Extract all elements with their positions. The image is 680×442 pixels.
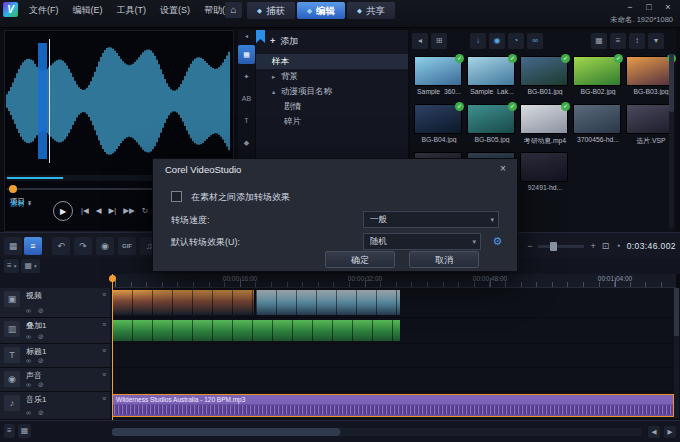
media-scrollbar[interactable]: [669, 54, 674, 228]
music-track-icon[interactable]: ♪: [4, 395, 20, 411]
repeat-button[interactable]: ↻: [142, 206, 148, 216]
track-lane-video[interactable]: [110, 288, 680, 317]
storyboard-view-icon[interactable]: ▦: [4, 237, 22, 255]
record-capture-icon[interactable]: ◉: [96, 237, 114, 255]
track-header-music[interactable]: ♪音乐1∞⊘≡: [0, 392, 110, 419]
track-menu-icon[interactable]: ≡: [102, 371, 106, 378]
import-media-icon[interactable]: ↓: [470, 33, 486, 49]
menu-item[interactable]: 编辑(E): [66, 2, 110, 18]
waveform-playhead[interactable]: [49, 39, 50, 163]
ok-button[interactable]: 确定: [325, 251, 395, 268]
minimize-button[interactable]: −: [622, 2, 638, 13]
add-folder-button[interactable]: +添加: [270, 35, 298, 48]
thumbnail-view-icon[interactable]: ▦: [591, 33, 607, 49]
capture-icon[interactable]: ◉: [489, 33, 505, 49]
media-item[interactable]: ✓BG-B05.jpg: [467, 104, 517, 143]
instant-project-icon[interactable]: ✦: [238, 67, 255, 86]
media-scrollbar-thumb[interactable]: [669, 54, 674, 112]
track-lane-overlay[interactable]: [110, 318, 680, 343]
tab[interactable]: ◆编辑: [297, 2, 345, 19]
gif-creator-icon[interactable]: GIF: [118, 237, 136, 255]
timeline-vscroll-thumb[interactable]: [674, 288, 679, 336]
expand-arrow-icon[interactable]: ▴: [272, 84, 281, 99]
track-lane-title[interactable]: [110, 344, 680, 367]
back-folder-icon[interactable]: ◂: [412, 33, 428, 49]
track-menu-icon[interactable]: ≡: [102, 291, 106, 298]
close-button[interactable]: ×: [660, 2, 676, 13]
list-view-icon[interactable]: ≡: [610, 33, 626, 49]
next-frame-button[interactable]: ▶|: [109, 206, 117, 216]
fit-project-icon[interactable]: ⊡: [602, 241, 610, 251]
seek-handle[interactable]: [9, 185, 17, 193]
link-icon[interactable]: ∞: [26, 307, 31, 315]
link-icon[interactable]: ∞: [26, 333, 31, 341]
mute-icon[interactable]: ⊘: [38, 357, 44, 365]
video-clip[interactable]: [256, 290, 400, 315]
media-item[interactable]: ✓考研动息.mp4: [520, 104, 570, 146]
zoom-slider-handle[interactable]: [550, 242, 557, 251]
options-icon[interactable]: ▾: [648, 33, 664, 49]
track-lane-music[interactable]: Wilderness Studios Australia - 120 BPM.m…: [110, 392, 680, 419]
overlay-track-icon[interactable]: ▥: [4, 321, 20, 337]
media-item[interactable]: ✓BG-B01.jpg: [520, 56, 570, 95]
redo-icon[interactable]: ↷: [74, 237, 92, 255]
menu-item[interactable]: 设置(S): [153, 2, 197, 18]
expand-arrow-icon[interactable]: ▸: [272, 69, 281, 84]
mute-icon[interactable]: ⊘: [38, 307, 44, 315]
track-header-voice[interactable]: ◉声音∞⊘≡: [0, 368, 110, 391]
timeline-settings-icon[interactable]: ≡: [4, 424, 15, 438]
play-button[interactable]: ▶: [53, 201, 73, 221]
zoom-in-button[interactable]: +: [590, 241, 595, 251]
scroll-right-button[interactable]: ▶: [664, 426, 676, 438]
add-folder-icon[interactable]: ⊞: [431, 33, 447, 49]
track-menu-icon[interactable]: ≡: [102, 321, 106, 328]
library-item[interactable]: 碎片: [256, 114, 408, 129]
mute-icon[interactable]: ⊘: [38, 409, 44, 417]
library-item[interactable]: ▸背景: [256, 69, 408, 84]
transition-speed-select[interactable]: 一般▾: [363, 211, 499, 228]
timeline-zoom-slider[interactable]: [538, 245, 584, 248]
video-track-icon[interactable]: ▣: [4, 291, 20, 307]
default-transition-select[interactable]: 随机▾: [363, 233, 481, 250]
timeline-horizontal-scrollbar[interactable]: [112, 428, 642, 436]
tab[interactable]: ◆捕获: [247, 2, 295, 19]
track-header-video[interactable]: ▣视频∞⊘≡: [0, 288, 110, 317]
graphic-icon[interactable]: ◆: [238, 133, 255, 152]
library-item[interactable]: ▴动漫项目名称: [256, 84, 408, 99]
track-header-overlay[interactable]: ▥叠加1∞⊘≡: [0, 318, 110, 343]
track-menu-icon[interactable]: ≡: [102, 395, 106, 402]
end-button[interactable]: ▶▶: [123, 206, 135, 216]
zoom-segment[interactable]: [7, 177, 63, 179]
timeline-ruler[interactable]: 00:00:16:0000:00:32:0000:00:48:0000:01:0…: [112, 274, 676, 288]
voice-track-icon[interactable]: ◉: [4, 371, 20, 387]
media-item[interactable]: ✓BG-B02.jpg: [573, 56, 623, 95]
timeline-hscroll-thumb[interactable]: [112, 428, 340, 436]
home-button[interactable]: ⌂: [225, 2, 242, 18]
sort-icon[interactable]: ↕: [629, 33, 645, 49]
preview-waveform[interactable]: [5, 31, 233, 171]
link-icon[interactable]: ∞: [26, 357, 31, 365]
duration-clock-icon[interactable]: ◔: [615, 241, 620, 251]
media-item[interactable]: 92491-hd...: [520, 152, 570, 191]
menu-item[interactable]: 工具(T): [110, 2, 154, 18]
link-icon[interactable]: ∞: [26, 409, 31, 417]
link-media-icon[interactable]: ∞: [527, 33, 543, 49]
media-item[interactable]: ✓Sample_360...: [414, 56, 464, 95]
mute-icon[interactable]: ⊘: [38, 381, 44, 389]
overlay-clip[interactable]: [112, 320, 400, 341]
music-clip[interactable]: Wilderness Studios Australia - 120 BPM.m…: [112, 394, 674, 417]
ruler-options-button[interactable]: ▦▾: [21, 259, 39, 273]
transition-icon[interactable]: AB: [238, 89, 255, 108]
cancel-button[interactable]: 取消: [409, 251, 479, 268]
library-item[interactable]: 样本: [256, 54, 408, 69]
track-header-title[interactable]: T标题1∞⊘≡: [0, 344, 110, 367]
video-clip[interactable]: [112, 290, 254, 315]
menu-item[interactable]: 文件(F): [22, 2, 66, 18]
chapter-point-icon[interactable]: ▦: [18, 424, 32, 438]
collapse-panel-icon[interactable]: ◂: [238, 30, 255, 42]
zoom-out-button[interactable]: −: [527, 241, 532, 251]
library-item[interactable]: 剧情: [256, 99, 408, 114]
media-item[interactable]: ✓Sample_Lak...: [467, 56, 517, 95]
timeline-playhead[interactable]: [112, 274, 113, 420]
dialog-close-icon[interactable]: ×: [496, 162, 510, 176]
